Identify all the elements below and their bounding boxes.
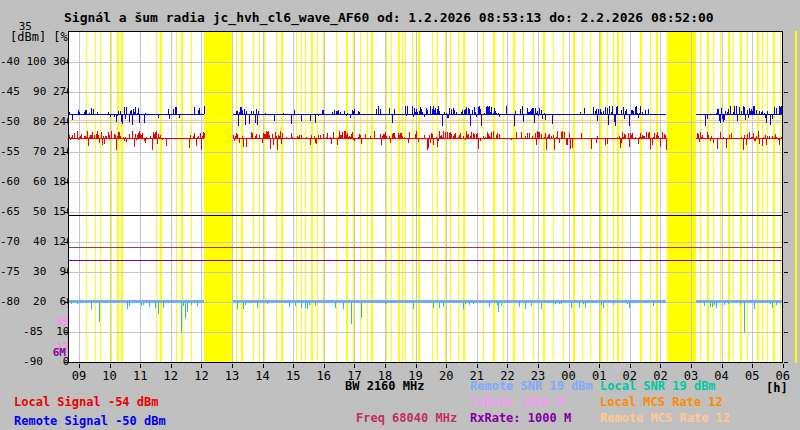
event-stripe: [336, 31, 337, 363]
event-stripe: [640, 31, 642, 363]
x-tick-mark: [171, 364, 172, 368]
event-stripe: [95, 31, 96, 363]
x-tick-mark: [232, 364, 233, 368]
event-stripe: [720, 31, 721, 363]
event-stripe: [317, 31, 318, 363]
legend-rxrate: RxRate: 1000 M: [470, 411, 571, 425]
x-tick-label: 20: [430, 369, 462, 383]
y-tick-mark: [784, 272, 788, 273]
x-tick-mark: [201, 364, 202, 368]
y-tick-mark: [64, 122, 68, 123]
event-stripe: [412, 31, 413, 363]
event-stripe: [600, 31, 602, 363]
event-stripe: [590, 31, 591, 363]
event-stripe: [733, 31, 734, 363]
y-tick-mark: [784, 152, 788, 153]
event-stripe: [707, 31, 709, 363]
event-stripe: [391, 31, 392, 363]
x-tick-mark: [783, 364, 784, 368]
event-stripe: [503, 31, 504, 363]
x-tick-mark: [722, 364, 723, 368]
event-stripe: [117, 31, 119, 363]
legend-remote-signal: Remote Signal -50 dBm: [14, 414, 166, 428]
signal-noise-chart: [68, 31, 783, 363]
event-stripe: [700, 31, 701, 363]
event-stripe: [100, 31, 101, 363]
y-tick-mark: [784, 332, 788, 333]
x-axis-unit-label: [h]: [766, 381, 788, 395]
event-stripe: [740, 31, 742, 363]
x-tick-mark: [324, 364, 325, 368]
event-stripe: [613, 31, 614, 363]
event-stripe: [728, 31, 730, 363]
x-tick-mark: [630, 364, 631, 368]
y-tick-mark: [64, 242, 68, 243]
event-stripe: [402, 31, 403, 363]
event-stripe: [523, 31, 524, 363]
x-tick-mark: [660, 364, 661, 368]
x-tick-mark: [752, 364, 753, 368]
x-tick-label: 11: [124, 369, 156, 383]
event-stripe: [253, 31, 254, 363]
x-tick-label: 14: [247, 369, 279, 383]
event-stripe: [156, 31, 157, 363]
y-tick-mark: [784, 302, 788, 303]
y-tick-mark: [784, 242, 788, 243]
x-tick-mark: [140, 364, 141, 368]
event-stripe: [86, 31, 87, 363]
event-stripe: [713, 31, 714, 363]
event-stripe: [160, 31, 162, 363]
event-stripe: [296, 31, 297, 363]
event-stripe: [483, 31, 484, 363]
event-stripe: [573, 31, 575, 363]
y-tick-mark: [784, 212, 788, 213]
event-stripe: [543, 31, 545, 363]
event-stripe: [323, 31, 324, 363]
y-tick-mark: [64, 212, 68, 213]
y-tick-mark: [64, 362, 68, 363]
event-stripe: [773, 31, 775, 363]
event-stripe: [405, 31, 406, 363]
y-tick-mark: [64, 272, 68, 273]
event-stripe: [236, 31, 237, 363]
legend-local-snr: Local SNR 19 dBm: [600, 379, 716, 393]
event-stripe: [450, 31, 451, 363]
legend-frequency: Freq 68040 MHz: [356, 411, 457, 425]
event-stripe: [418, 31, 420, 363]
event-stripe: [582, 31, 583, 363]
y-tick-mark: [784, 122, 788, 123]
legend-remote-mcs-rate: Remote MCS Rate 12: [600, 411, 730, 425]
trace-remote-snr: [696, 300, 782, 303]
x-tick-mark: [110, 364, 111, 368]
event-stripe: [622, 31, 623, 363]
x-tick-label: 09: [63, 369, 95, 383]
event-stripe: [371, 31, 373, 363]
event-stripe: [650, 31, 651, 363]
event-stripe: [305, 31, 306, 363]
y-tick-mark: [64, 332, 68, 333]
legend-txrate: TxRate 1000 M: [470, 395, 564, 409]
event-stripe: [346, 31, 348, 363]
event-stripe: [241, 31, 243, 363]
graph-title: Signál a šum radia jc_hvh_cl6_wave_AF60 …: [64, 10, 714, 25]
y-tick-mark: [64, 302, 68, 303]
event-stripe: [432, 31, 433, 363]
event-stripe: [367, 31, 368, 363]
event-stripe: [191, 31, 192, 363]
event-stripe: [281, 31, 283, 363]
y-tick-mark: [784, 92, 788, 93]
data-gap-band: [204, 31, 233, 363]
event-stripe: [513, 31, 515, 363]
y-tick-mark: [64, 62, 68, 63]
x-tick-mark: [385, 364, 386, 368]
y-tick-mark: [64, 182, 68, 183]
x-tick-mark: [416, 364, 417, 368]
x-tick-mark: [446, 364, 447, 368]
x-tick-mark: [599, 364, 600, 368]
y-tick-mark: [64, 92, 68, 93]
event-stripe: [617, 31, 619, 363]
event-stripe: [386, 31, 387, 363]
x-tick-label: 10: [94, 369, 126, 383]
y-axis-dbm-unit: [dBm]: [10, 30, 46, 44]
plot-area: [68, 31, 783, 363]
